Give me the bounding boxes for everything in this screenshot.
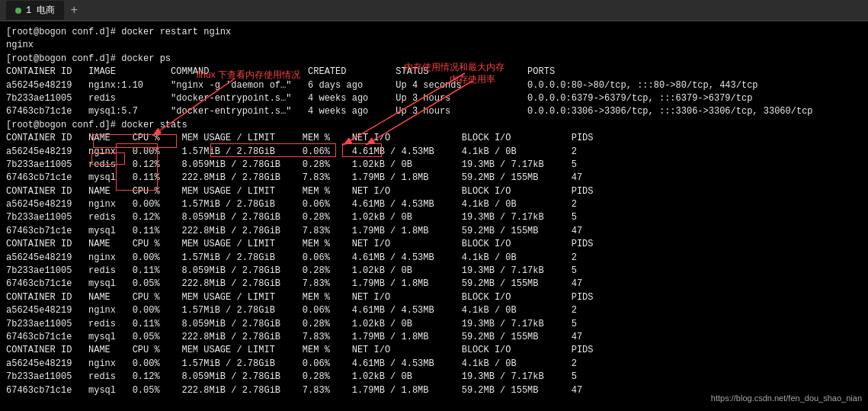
- terminal-line: 67463cb71c1e mysql 0.11% 222.8MiB / 2.78…: [6, 172, 862, 185]
- tab-label: 1 电商: [26, 4, 55, 17]
- terminal-line: 7b233ae11005 redis "docker-entrypoint.s……: [6, 92, 862, 105]
- terminal-line: 7b233ae11005 redis 0.12% 8.059MiB / 2.78…: [6, 371, 862, 384]
- terminal-line: [root@bogon conf.d]# docker restart ngin…: [6, 26, 862, 39]
- annotation-memory-rate: 内存使用率: [450, 73, 495, 86]
- terminal-line: 7b233ae11005 redis 0.12% 8.059MiB / 2.78…: [6, 159, 862, 172]
- terminal: [root@bogon conf.d]# docker restart ngin…: [0, 21, 868, 411]
- terminal-line: a56245e48219 nginx 0.00% 1.57MiB / 2.78G…: [6, 146, 862, 159]
- terminal-line: a56245e48219 nginx 0.00% 1.57MiB / 2.78G…: [6, 304, 862, 317]
- annotation-memory-usage: 内存使用情况和最大内存: [404, 61, 504, 74]
- annotation-linux-memory: linux 下查看内存使用情况: [197, 69, 300, 82]
- tab-dot: [15, 8, 21, 14]
- terminal-line: CONTAINER ID NAME CPU % MEM USAGE / LIMI…: [6, 185, 862, 198]
- watermark: https://blog.csdn.net/fen_dou_shao_nian: [711, 393, 862, 405]
- terminal-line: a56245e48219 nginx 0.00% 1.57MiB / 2.78G…: [6, 198, 862, 211]
- tab-plus[interactable]: +: [70, 4, 78, 18]
- terminal-line: 67463cb71c1e mysql 0.05% 222.8MiB / 2.78…: [6, 278, 862, 291]
- terminal-line: a56245e48219 nginx 0.00% 1.57MiB / 2.78G…: [6, 252, 862, 265]
- terminal-line: 67463cb71c1e mysql 0.11% 222.8MiB / 2.78…: [6, 225, 862, 238]
- terminal-line: CONTAINER ID NAME CPU % MEM USAGE / LIMI…: [6, 132, 862, 145]
- terminal-line: CONTAINER ID NAME CPU % MEM USAGE / LIMI…: [6, 291, 862, 304]
- terminal-line: 7b233ae11005 redis 0.12% 8.059MiB / 2.78…: [6, 211, 862, 224]
- terminal-line: 67463cb71c1e mysql 0.05% 222.8MiB / 2.78…: [6, 331, 862, 344]
- terminal-line: CONTAINER ID NAME CPU % MEM USAGE / LIMI…: [6, 238, 862, 251]
- terminal-content: [root@bogon conf.d]# docker restart ngin…: [6, 26, 862, 397]
- terminal-line: a56245e48219 nginx 0.00% 1.57MiB / 2.78G…: [6, 358, 862, 371]
- terminal-line: 7b233ae11005 redis 0.11% 8.059MiB / 2.78…: [6, 318, 862, 331]
- terminal-line: CONTAINER ID NAME CPU % MEM USAGE / LIMI…: [6, 344, 862, 357]
- terminal-line: [root@bogon conf.d]# docker stats: [6, 119, 862, 132]
- terminal-line: nginx: [6, 39, 862, 52]
- terminal-line: 67463cb71c1e mysql:5.7 "docker-entrypoin…: [6, 105, 862, 118]
- terminal-line: a56245e48219 nginx:1.10 "nginx -g 'daemo…: [6, 79, 862, 92]
- terminal-line: 7b233ae11005 redis 0.11% 8.059MiB / 2.78…: [6, 265, 862, 278]
- title-bar: 1 电商 +: [0, 0, 868, 21]
- tab-1[interactable]: 1 电商: [6, 1, 64, 20]
